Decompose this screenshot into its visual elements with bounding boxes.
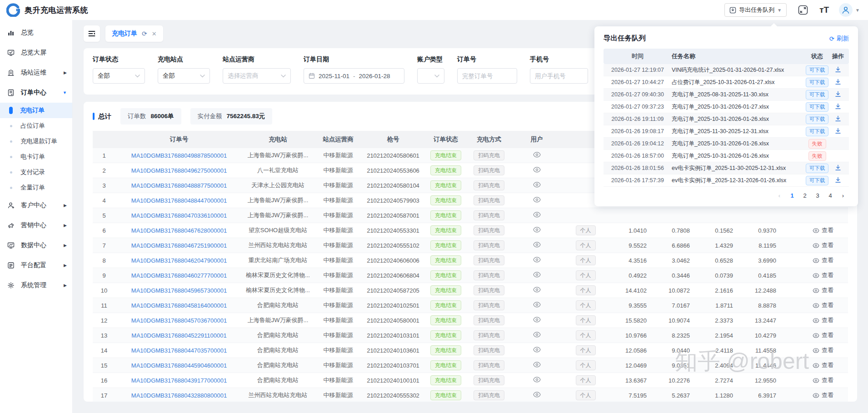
station-cell: 合肥南站充电站: [243, 346, 313, 354]
page-prev-button[interactable]: ‹: [776, 192, 783, 199]
view-detail-link[interactable]: 查看: [813, 256, 833, 264]
order-number-link[interactable]: MA10DGMB3176880452291100001: [131, 332, 226, 339]
sidebar-item-marketing-center[interactable]: 营销中心 ▶: [0, 215, 72, 235]
sidebar-item-overview[interactable]: 总览: [0, 23, 72, 43]
service-fee-cell: 1.1280: [693, 392, 737, 399]
page-button-2[interactable]: 2: [802, 192, 808, 199]
view-detail-link[interactable]: 查看: [813, 286, 833, 294]
order-number-link[interactable]: MA10DGMB3176880496275000001: [131, 167, 227, 174]
phone-input[interactable]: [535, 73, 583, 80]
order-number-link[interactable]: MA10DGMB3176880447035700001: [131, 347, 227, 354]
sidebar-item-charge-orders[interactable]: 充电订单: [0, 103, 72, 118]
chevron-down-icon: ▼: [63, 90, 67, 95]
download-icon[interactable]: [835, 79, 841, 85]
download-icon[interactable]: [835, 91, 841, 97]
user-eye-icon[interactable]: [533, 392, 541, 398]
user-eye-icon[interactable]: [533, 212, 541, 218]
sidebar-item-card-orders[interactable]: 电卡订单: [0, 149, 72, 164]
panel-refresh-button[interactable]: ⟳ 刷新: [829, 35, 849, 43]
order-number-link[interactable]: MA10DGMB3176880488447000001: [131, 197, 227, 204]
user-eye-icon[interactable]: [533, 227, 541, 233]
order-number-link[interactable]: MA10DGMB3176880458164000001: [131, 302, 227, 309]
download-icon[interactable]: [835, 164, 841, 171]
sidebar-item-order-center[interactable]: 订单中心 ▼: [0, 83, 72, 103]
sidebar-item-station-ops[interactable]: 场站运维 ▶: [0, 63, 72, 83]
close-icon[interactable]: ✕: [152, 30, 157, 37]
station-select[interactable]: 全部: [158, 68, 210, 84]
operator-select[interactable]: 选择运营商: [223, 68, 291, 84]
view-detail-link[interactable]: 查看: [813, 376, 833, 384]
user-eye-icon[interactable]: [533, 362, 541, 368]
order-number-link[interactable]: MA10DGMB3176880459657300001: [131, 287, 227, 294]
user-eye-icon[interactable]: [533, 347, 541, 353]
user-eye-icon[interactable]: [533, 167, 541, 173]
collapse-sidebar-button[interactable]: [84, 25, 100, 42]
sidebar-item-big-screen[interactable]: 总览大屏: [0, 43, 72, 63]
view-detail-link[interactable]: 查看: [813, 391, 833, 399]
sidebar-item-all-orders[interactable]: 全量订单: [0, 180, 72, 195]
order-number-link[interactable]: MA10DGMB3176880439177000001: [131, 377, 227, 384]
page-button-1[interactable]: 1: [789, 192, 795, 199]
sidebar-item-data-center[interactable]: 数据中心 ▶: [0, 235, 72, 255]
download-icon[interactable]: [835, 128, 841, 134]
view-detail-link[interactable]: 查看: [813, 226, 833, 234]
order-number-link[interactable]: MA10DGMB3176880457036700001: [131, 317, 227, 324]
view-detail-link[interactable]: 查看: [813, 331, 833, 339]
status-badge: 充电结束: [430, 285, 461, 295]
view-detail-link[interactable]: 查看: [813, 241, 833, 249]
order-number-link[interactable]: MA10DGMB3176880488877500001: [131, 182, 227, 189]
order-number-link[interactable]: MA10DGMB3176880498878500001: [131, 152, 227, 159]
chevron-right-icon: ▶: [64, 283, 67, 288]
view-detail-link[interactable]: 查看: [813, 301, 833, 309]
user-menu[interactable]: ▼: [839, 3, 860, 17]
user-eye-icon[interactable]: [533, 257, 541, 263]
sidebar-item-payment-records[interactable]: 支付记录: [0, 164, 72, 180]
sidebar-item-platform-config[interactable]: 平台配置 ▶: [0, 255, 72, 275]
account-type-select[interactable]: [417, 68, 444, 84]
refresh-icon[interactable]: ⟳: [142, 30, 147, 37]
order-number-link[interactable]: MA10DGMB3176880470336100001: [131, 212, 227, 219]
order-number-link[interactable]: MA10DGMB3176880445904600001: [131, 362, 227, 369]
order-status-select[interactable]: 全部: [93, 68, 145, 84]
sidebar-item-refund-orders[interactable]: 充电退款订单: [0, 134, 72, 149]
view-detail-link[interactable]: 查看: [813, 271, 833, 279]
download-icon[interactable]: [835, 177, 841, 183]
download-icon[interactable]: [835, 66, 841, 73]
user-eye-icon[interactable]: [533, 332, 541, 338]
view-detail-link[interactable]: 查看: [813, 361, 833, 369]
sidebar-item-occupy-orders[interactable]: 占位订单: [0, 118, 72, 134]
tab-charge-orders[interactable]: 充电订单 ⟳ ✕: [105, 25, 163, 42]
user-eye-icon[interactable]: [533, 242, 541, 248]
order-no-input[interactable]: [462, 73, 512, 80]
page-next-button[interactable]: ›: [840, 192, 846, 199]
download-icon[interactable]: [835, 103, 841, 109]
download-icon[interactable]: [835, 115, 841, 122]
page-button-3[interactable]: 3: [814, 192, 821, 199]
user-eye-icon[interactable]: [533, 287, 541, 293]
order-number-link[interactable]: MA10DGMB3176880467251900001: [131, 242, 227, 249]
user-eye-icon[interactable]: [533, 302, 541, 308]
user-eye-icon[interactable]: [533, 152, 541, 158]
fullscreen-button[interactable]: [797, 4, 809, 16]
view-detail-link[interactable]: 查看: [813, 346, 833, 354]
order-number-link[interactable]: MA10DGMB3176880467628000001: [131, 227, 227, 234]
sidebar-item-customer-center[interactable]: 客户中心 ▶: [0, 195, 72, 215]
sidebar-item-system-admin[interactable]: 系统管理 ▶: [0, 275, 72, 295]
user-eye-icon[interactable]: [533, 377, 541, 383]
order-date-range-picker[interactable]: 2025-11-01 - 2026-01-28: [304, 68, 404, 84]
station-cell: 上海鲁能JW万豪侯爵...: [243, 316, 313, 324]
task-status-badge: 可下载: [806, 102, 829, 112]
account-type-badge: 个人: [576, 270, 596, 280]
order-number-link[interactable]: MA10DGMB3176880460277700001: [131, 272, 227, 279]
font-size-button[interactable]: тT: [819, 5, 829, 15]
task-status-badge: 可下载: [806, 176, 829, 185]
user-eye-icon[interactable]: [533, 182, 541, 188]
user-eye-icon[interactable]: [533, 317, 541, 323]
order-number-link[interactable]: MA10DGMB3176880462047900001: [131, 257, 227, 264]
view-detail-link[interactable]: 查看: [813, 316, 833, 324]
export-queue-button[interactable]: 导出任务队列 ▼: [724, 3, 787, 17]
user-eye-icon[interactable]: [533, 197, 541, 203]
order-number-link[interactable]: MA10DGMB3176880432880800001: [131, 392, 227, 399]
page-button-4[interactable]: 4: [827, 192, 833, 199]
user-eye-icon[interactable]: [533, 272, 541, 278]
